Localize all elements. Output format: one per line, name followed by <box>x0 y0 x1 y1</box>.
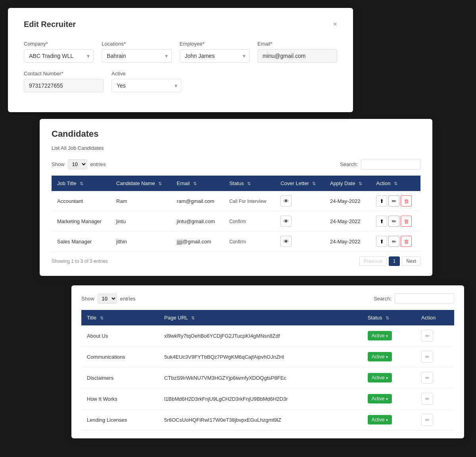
sort-status-icon: ⇅ <box>247 181 251 186</box>
delete-button[interactable]: 🗑 <box>401 216 412 227</box>
eye-icon: 👁 <box>284 239 289 245</box>
delete-button[interactable]: 🗑 <box>401 236 412 247</box>
table-row: Marketing Manager jintu jintu@gmail.com … <box>52 211 420 231</box>
page-title-cell: How It Works <box>81 388 159 409</box>
page-title-cell: Disclaimers <box>81 367 159 388</box>
pages-entries-select[interactable]: 10 25 50 <box>98 294 117 304</box>
status-cell: Call For Interview <box>224 191 275 211</box>
view-button[interactable]: ⬆ <box>376 236 387 247</box>
table-row: Sales Manager jithin jjjjj@gmail.com Con… <box>52 231 420 252</box>
pencil-icon: ✏ <box>425 396 430 402</box>
company-label: Company* <box>24 41 94 47</box>
email-field-group: Email* <box>257 41 337 63</box>
active-status-button[interactable]: Active ▾ <box>368 394 392 403</box>
list-item: Disclaimers CTbzS9IrWkNU7VM3HGZYjp6iwmfy… <box>81 367 454 388</box>
employee-field-group: Employee* John James <box>180 41 250 63</box>
candidates-panel: Candidates List All Job Candidates Show … <box>40 119 432 276</box>
candidate-name-cell: jithin <box>111 231 171 252</box>
candidate-name-cell: Ram <box>111 191 171 211</box>
chevron-down-icon: ▾ <box>386 376 388 380</box>
page-edit-button[interactable]: ✏ <box>421 351 433 363</box>
next-page-button[interactable]: Next <box>402 256 420 266</box>
active-status-button[interactable]: Active ▾ <box>368 373 392 382</box>
pages-show-entries: Show 10 25 50 entries <box>81 294 136 304</box>
apply-date-cell: 24-May-2022 <box>324 211 370 231</box>
form-row-1: Company* ABC Trading WLL Locations* Bahr… <box>24 41 337 63</box>
page-edit-button[interactable]: ✏ <box>421 393 433 405</box>
page-status-cell: Active ▾ <box>362 409 416 430</box>
view-button[interactable]: ⬆ <box>376 216 387 227</box>
view-cover-letter-button[interactable]: 👁 <box>280 195 292 207</box>
active-status-button[interactable]: Active ▾ <box>368 352 392 361</box>
status-cell: Confirm <box>224 211 275 231</box>
company-field-group: Company* ABC Trading WLL <box>24 41 94 63</box>
page-action-cell: ✏ <box>416 409 454 430</box>
employee-select-wrapper: John James <box>180 49 250 63</box>
page-url-cell: 5uk4EUc3V9FYTbBQz7PWgKM6qCajfAipvhOJnZHl <box>159 346 362 367</box>
edit-button[interactable]: ✏ <box>388 195 399 207</box>
th-action[interactable]: Action ⇅ <box>370 176 420 191</box>
th-page-url[interactable]: Page URL ⇅ <box>159 310 362 325</box>
th-job-title[interactable]: Job Title ⇅ <box>52 176 111 191</box>
page-url-cell: CTbzS9IrWkNU7VM3HGZYjp6iwmfyXDOQgtsP8FEc <box>159 367 362 388</box>
pencil-icon: ✏ <box>392 198 396 204</box>
page-title-cell: About Us <box>81 325 159 346</box>
view-button[interactable]: ⬆ <box>376 195 387 207</box>
trash-icon: 🗑 <box>404 218 409 224</box>
view-cover-letter-button[interactable]: 👁 <box>280 216 292 227</box>
prev-page-button[interactable]: Previous <box>359 256 387 266</box>
page-edit-button[interactable]: ✏ <box>421 330 433 342</box>
th-page-status[interactable]: Status ⇅ <box>362 310 416 325</box>
pencil-icon: ✏ <box>425 417 430 423</box>
pencil-icon: ✏ <box>425 375 430 381</box>
pages-search-input[interactable] <box>395 293 454 304</box>
th-page-action[interactable]: Action <box>416 310 454 325</box>
chevron-down-icon: ▾ <box>386 334 388 338</box>
locations-select[interactable]: Bahrain <box>102 49 171 63</box>
page-edit-button[interactable]: ✏ <box>421 372 433 384</box>
th-cover-letter[interactable]: Cover Letter ⇅ <box>275 176 324 191</box>
active-status-button[interactable]: Active ▾ <box>368 415 392 424</box>
pages-search-box: Search: <box>374 293 454 304</box>
pencil-icon: ✏ <box>392 239 396 245</box>
delete-button[interactable]: 🗑 <box>401 195 412 207</box>
company-select[interactable]: ABC Trading WLL <box>24 49 94 63</box>
page-url-cell: l1BbMd6H2D3rkFnjU9LgCH2D3rkFnjU9BbMd6H2D… <box>159 388 362 409</box>
employee-select[interactable]: John James <box>180 49 250 63</box>
active-label: Active <box>372 375 385 381</box>
sort-job-title-icon: ⇅ <box>80 181 83 186</box>
email-input <box>257 49 337 63</box>
email-cell: ram@gmail.com <box>171 191 224 211</box>
view-cover-letter-button[interactable]: 👁 <box>280 236 292 247</box>
pencil-icon: ✏ <box>392 218 396 224</box>
page-title-cell: Communications <box>81 346 159 367</box>
page-1-button[interactable]: 1 <box>389 256 400 266</box>
candidates-table-head: Job Title ⇅ Candidate Name ⇅ Email ⇅ Sta… <box>52 176 420 191</box>
page-action-cell: ✏ <box>416 325 454 346</box>
trash-icon: 🗑 <box>404 198 409 204</box>
candidates-search-input[interactable] <box>361 159 420 170</box>
chevron-down-icon: ▾ <box>386 355 388 359</box>
list-subtitle-pre: List All <box>52 145 67 151</box>
active-label: Active <box>372 354 385 359</box>
action-cell: ⬆ ✏ 🗑 <box>370 231 420 252</box>
page-edit-button[interactable]: ✏ <box>421 414 433 426</box>
action-cell: ⬆ ✏ 🗑 <box>370 211 420 231</box>
th-candidate-name[interactable]: Candidate Name ⇅ <box>111 176 171 191</box>
job-title-cell: Accountant <box>52 191 111 211</box>
pages-table-controls: Show 10 25 50 entries Search: <box>81 293 454 304</box>
sort-action-icon: ⇅ <box>394 181 397 186</box>
modal-close-button[interactable]: × <box>333 20 337 29</box>
active-select[interactable]: Yes <box>111 79 181 92</box>
edit-button[interactable]: ✏ <box>388 216 399 227</box>
pages-search-label: Search: <box>374 296 392 302</box>
sort-candidate-name-icon: ⇅ <box>158 181 162 186</box>
active-status-button[interactable]: Active ▾ <box>368 331 392 340</box>
th-title[interactable]: Title ⇅ <box>81 310 159 325</box>
entries-select[interactable]: 10 25 50 <box>68 159 87 169</box>
th-apply-date[interactable]: Apply Date ⇅ <box>324 176 370 191</box>
th-email[interactable]: Email ⇅ <box>171 176 224 191</box>
active-label: Active <box>111 71 181 76</box>
th-status[interactable]: Status ⇅ <box>224 176 275 191</box>
edit-button[interactable]: ✏ <box>388 236 399 247</box>
